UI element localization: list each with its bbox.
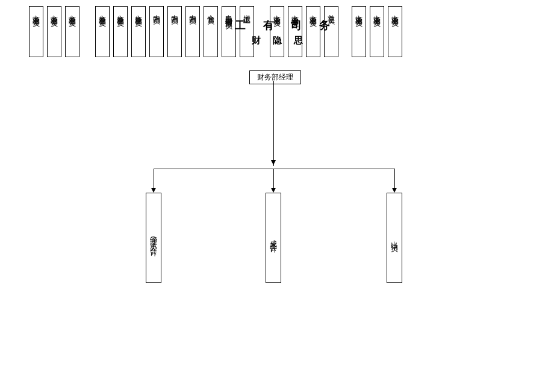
role-box: 市场业务员 [113,6,128,57]
manager-box: 财务部经理 [249,70,301,84]
org-connector [394,169,395,190]
org-connector [273,169,274,190]
role-box: 市场业务员 [29,6,43,57]
role-box: 电脑扫描打单员 [222,6,236,57]
bottom-box-wrap: 出纳员 [387,193,402,283]
role-box: 出纳员 [387,193,402,283]
role-box: 内勤员 [149,6,164,57]
bottom-box-wrap: 管理（主办）会计 [146,193,161,283]
role-box: 内勤员 [167,6,182,57]
role-box: 市场业务员 [47,6,61,57]
role-box: 市场业务员 [131,6,146,57]
role-box: 管理（主办）会计 [146,193,161,283]
role-box: 市场业务员 [95,6,110,57]
role-box: 市场业务员 [370,6,384,57]
arrowhead-icon [271,188,276,193]
role-box: 市场业务员 [352,6,366,57]
role-box: 市场业务员 [65,6,79,57]
org-connector [273,81,274,166]
org-connector [154,169,394,169]
role-box: 市场业务员 [388,6,402,57]
arrowhead-icon [151,188,156,193]
page-title: 工 有 司 务 [235,18,337,33]
bottom-box-wrap: 成本会计 [266,193,281,283]
role-box: 仓管员 [204,6,218,57]
top-row: 市场业务员 市场业务员 市场业务员 市场业务员 市场业务员 市场业务员 内勤员 … [29,6,402,57]
arrowhead-icon [271,160,276,165]
role-box: 成本会计 [266,193,281,283]
arrowhead-icon [392,188,397,193]
page-subtitle: 财 隐 思 [252,35,308,46]
role-box: 内勤员 [185,6,200,57]
org-connector [154,169,154,190]
